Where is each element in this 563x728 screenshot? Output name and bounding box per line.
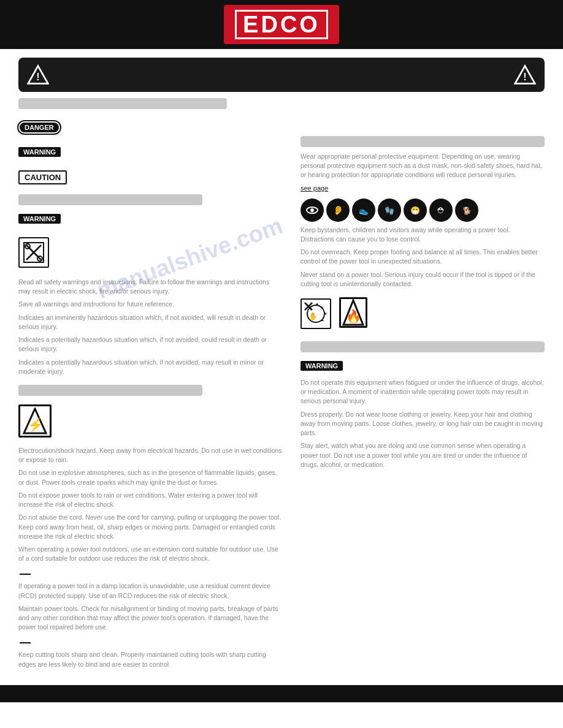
text-left-4: Indicates a potentially hazardous situat… (18, 335, 282, 354)
text-elec-6: If operating a power tool in a damp loca… (18, 582, 282, 600)
danger-section: DANGER (18, 118, 282, 137)
warning-label: WARNING (18, 147, 61, 157)
dash-separator-2 (18, 638, 282, 646)
main-content: ! ! DANGER WARNING CAUTION (0, 49, 563, 679)
text-right-5: Do not operate this equipment when fatig… (301, 378, 545, 406)
saw-blade-icon: ✋ (301, 298, 331, 329)
text-right-7: Stay alert, watch what you are doing and… (301, 441, 545, 469)
text-right-4: Never stand on a power tool. Serious inj… (301, 270, 545, 289)
text-left-5: Indicates a potentially hazardous situat… (18, 358, 282, 376)
text-left-3: Indicates an imminently hazardous situat… (18, 313, 282, 332)
text-elec-2: Do not use in explosive atmospheres, suc… (18, 468, 282, 487)
text-elec-4: Do not abuse the cord. Never use the cor… (18, 513, 282, 541)
warning2-label: WARNING (18, 214, 61, 224)
ppe-head-icon: ⛑ (429, 199, 453, 222)
logo-text: EDCO (235, 10, 328, 39)
section-bar-top (18, 98, 227, 109)
text-right-1: Wear appropriate personal protective equ… (301, 152, 545, 180)
ppe-eye-icon (301, 199, 324, 222)
fire-hazard-icon: 🔥 (339, 297, 367, 328)
text-elec-5: When operating a power tool outdoors, us… (18, 545, 282, 563)
text-left-2: Save all warnings and instructions for f… (18, 300, 282, 309)
ppe-extra-icon: 🐕 (455, 199, 478, 222)
svg-text:🔥: 🔥 (346, 309, 361, 324)
cut-hazard-icon (18, 237, 49, 268)
svg-text:😷: 😷 (410, 205, 421, 216)
two-column-layout: DANGER WARNING CAUTION WARNING (18, 118, 545, 673)
warning-triangle-right: ! (514, 64, 536, 86)
warning-section: WARNING (18, 143, 282, 161)
link-area: see page (301, 184, 545, 192)
text-elec-1: Electrocution/shock hazard. Keep away fr… (18, 446, 282, 464)
svg-text:⚡: ⚡ (27, 417, 44, 433)
svg-text:!: ! (523, 71, 526, 82)
ppe-icons-row: 👂 👟 🧤 (301, 199, 545, 222)
warning-right-label: WARNING (301, 361, 343, 371)
svg-text:✋: ✋ (308, 311, 318, 320)
caution-section: CAUTION (18, 167, 282, 188)
caution-label: CAUTION (18, 170, 67, 184)
text-elec-7: Maintain power tools. Check for misalign… (18, 604, 282, 632)
safety-header-bar: ! ! (18, 58, 545, 92)
ppe-hearing-icon: 👂 (326, 199, 350, 222)
section-bar-right-top (301, 136, 545, 147)
section-bar-mid (18, 194, 202, 205)
text-elec-3: Do not expose power tools to rain or wet… (18, 491, 282, 509)
svg-text:👟: 👟 (359, 205, 369, 216)
text-right-3: Do not overreach. Keep proper footing an… (301, 248, 545, 266)
warning2-section: WARNING (18, 210, 282, 227)
warning-triangle-left: ! (27, 64, 49, 86)
text-right-2: Keep bystanders, children and visitors a… (301, 226, 545, 244)
svg-text:🐕: 🐕 (462, 206, 472, 215)
ppe-foot-icon: 👟 (352, 199, 375, 222)
text-elec-8: Keep cutting tools sharp and clean. Prop… (18, 650, 282, 669)
text-left-1: Read all safety warnings and instruction… (18, 278, 282, 296)
ppe-hand-icon: 🧤 (378, 199, 401, 222)
dash-separator (18, 569, 282, 578)
svg-point-13 (310, 208, 314, 212)
logo-box: EDCO (224, 5, 339, 44)
page-footer (0, 685, 563, 702)
reference-link[interactable]: see page (301, 184, 328, 192)
text-right-6: Dress properly. Do not wear loose clothi… (301, 410, 545, 438)
left-column: DANGER WARNING CAUTION WARNING (18, 118, 282, 673)
right-column: Wear appropriate personal protective equ… (301, 118, 545, 673)
danger-label: DANGER (18, 121, 60, 134)
section-bar-elec (18, 385, 202, 396)
svg-text:🧤: 🧤 (385, 205, 395, 216)
svg-text:!: ! (36, 71, 39, 82)
svg-text:👂: 👂 (333, 205, 344, 216)
svg-text:⛑: ⛑ (437, 206, 445, 215)
electrical-hazard-icon: ⚡ (18, 404, 52, 438)
section-bar-right-mid (301, 341, 545, 352)
page-header: EDCO (0, 0, 563, 49)
ppe-resp-icon: 😷 (404, 199, 427, 222)
